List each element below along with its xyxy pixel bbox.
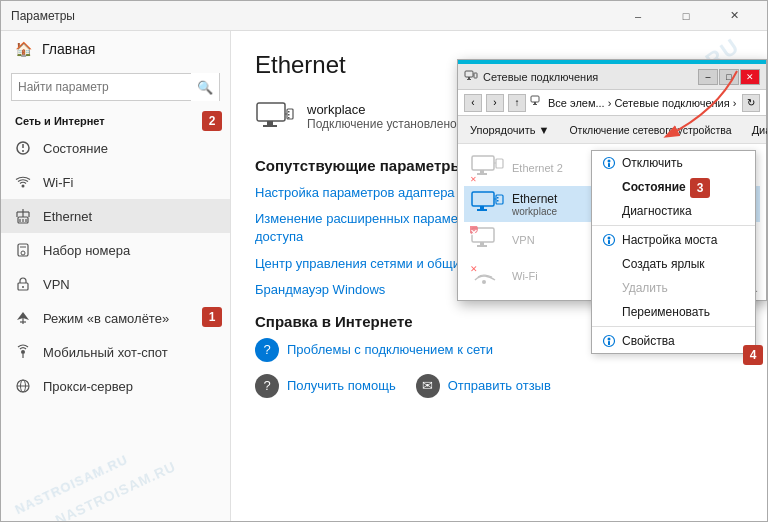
status-icon [15,140,31,156]
ctx-status[interactable]: Состояние [592,175,755,199]
ctx-status-icon [602,180,616,194]
sidebar-watermark: NASTROISAM.RU [8,437,222,521]
dialup-icon [15,242,31,258]
main-panel: Ethernet workplace [231,31,767,521]
net-item-name-1: Ethernet 2 [512,162,563,174]
minimize-button[interactable]: – [615,6,661,26]
ctx-shortcut[interactable]: Создать ярлык [592,252,755,276]
net-item-name-eth: Ethernet [512,192,557,206]
sidebar-label-ethernet: Ethernet [43,209,92,224]
ctx-delete: Удалить [592,276,755,300]
net-minimize-btn[interactable]: – [698,69,718,85]
sidebar-item-hotspot[interactable]: Мобильный хот-спот [1,335,230,369]
step-badge-1: 1 [202,307,222,327]
ctx-diag-label: Диагностика [622,204,692,218]
svg-rect-48 [496,195,503,204]
net-titlebar: Сетевые подключения – □ ✕ [458,64,766,90]
svg-point-13 [21,251,25,255]
sidebar-item-vpn[interactable]: VPN [1,267,230,301]
svg-rect-42 [496,159,503,168]
ctx-bridge-icon [602,233,616,247]
svg-text:✕: ✕ [470,228,478,238]
ctx-bridge[interactable]: Настройка моста [592,228,755,252]
action-feedback-label: Отправить отзыв [448,378,551,393]
search-box: 🔍 [11,73,220,101]
addr-back-btn[interactable]: ‹ [464,94,482,112]
ctx-sep-2 [592,326,755,327]
sidebar-item-dialup[interactable]: Набор номера [1,233,230,267]
svg-rect-27 [287,109,293,119]
sidebar-item-home[interactable]: 🏠 Главная [1,31,230,67]
svg-rect-34 [467,79,471,80]
toolbar-diag[interactable]: Диагно... [746,122,767,138]
ctx-rename-label: Переименовать [622,305,710,319]
sidebar-label-proxy: Прокси-сервер [43,379,133,394]
svg-rect-24 [257,103,285,121]
search-button[interactable]: 🔍 [191,73,219,101]
svg-rect-33 [468,77,470,79]
ctx-diag-icon [602,204,616,218]
search-icon: 🔍 [197,80,213,95]
svg-rect-39 [472,156,494,170]
svg-rect-64 [608,240,610,244]
proxy-icon [15,378,31,394]
sidebar-label-dialup: Набор номера [43,243,130,258]
ctx-status-label: Состояние [622,180,686,194]
ctx-rename[interactable]: Переименовать [592,300,755,324]
ctx-rename-icon [602,305,616,319]
addr-path: Все элем... › Сетевые подключения › [548,97,738,109]
svg-rect-12 [18,244,28,256]
sidebar-item-status[interactable]: Состояние [1,131,230,165]
svg-point-63 [608,237,611,240]
addr-up-btn[interactable]: ↑ [508,94,526,112]
step-badge-4: 4 [743,345,763,365]
vpn-icon [15,276,31,292]
sidebar-item-wifi[interactable]: Wi-Fi [1,165,230,199]
connection-name: workplace [307,102,457,117]
ctx-bridge-label: Настройка моста [622,233,717,247]
connection-info: workplace Подключение установлено [307,102,457,131]
ctx-shortcut-label: Создать ярлык [622,257,705,271]
action-feedback[interactable]: ✉ Отправить отзыв [416,374,551,398]
net-item-icon-2: ✕ [470,226,506,254]
net-item-icon-3: ✕ [470,262,506,290]
sidebar-label-vpn: VPN [43,277,70,292]
close-button[interactable]: ✕ [711,6,757,26]
svg-rect-29 [288,111,290,113]
toolbar-disconnect[interactable]: Отключение сетевого устройства [563,122,737,138]
ctx-disable[interactable]: Отключить [592,151,755,175]
action-get-help[interactable]: ? Получить помощь [255,374,396,398]
svg-rect-37 [534,102,536,104]
ctx-diag[interactable]: Диагностика [592,199,755,223]
connection-icon-graphic [255,101,295,131]
net-close-btn[interactable]: ✕ [740,69,760,85]
net-window-title: Сетевые подключения [483,71,598,83]
svg-text:✕: ✕ [470,264,478,274]
wifi-icon [15,174,31,190]
address-bar: ‹ › ↑ Все элем... › Сетевые подключения … [458,90,766,116]
net-maximize-btn[interactable]: □ [719,69,739,85]
content-area: 🏠 Главная 🔍 Сеть и Интернет 2 Сост [1,31,767,521]
svg-rect-38 [533,104,537,105]
ctx-properties[interactable]: Свойства [592,329,755,353]
svg-rect-45 [472,192,494,206]
addr-forward-btn[interactable]: › [486,94,504,112]
toolbar-organize[interactable]: Упорядочить ▼ [464,122,555,138]
svg-point-3 [22,185,25,188]
help-icon-1: ? [255,338,279,362]
main-window: Параметры – □ ✕ 🏠 Главная 🔍 С [0,0,768,522]
svg-point-19 [21,350,25,354]
net-item-text-3: Wi-Fi [512,270,538,282]
sidebar-item-proxy[interactable]: Прокси-сервер [1,369,230,403]
search-input[interactable] [12,80,191,94]
maximize-button[interactable]: □ [663,6,709,26]
svg-rect-32 [465,71,473,77]
svg-rect-46 [480,206,484,209]
svg-point-57 [482,280,486,284]
addr-refresh-btn[interactable]: ↻ [742,94,760,112]
sidebar-item-ethernet[interactable]: Ethernet [1,199,230,233]
ctx-properties-label: Свойства [622,334,675,348]
help-link-label-1: Проблемы с подключением к сети [287,342,493,357]
svg-rect-30 [288,114,290,116]
sidebar-item-airplane[interactable]: Режим «в самолёте» [1,301,230,335]
